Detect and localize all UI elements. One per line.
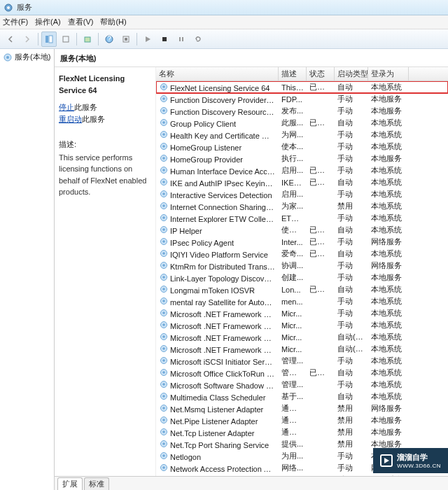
menu-view[interactable]: 查看(V)	[68, 17, 94, 27]
service-name: Link-Layer Topology Discovery Ma...	[170, 274, 279, 283]
service-icon	[159, 368, 169, 377]
table-row[interactable]: IPsec Policy AgentInter...已启动手动网络服务	[156, 236, 448, 248]
back-button[interactable]	[3, 31, 18, 47]
page-title: 服务(本地)	[55, 49, 448, 67]
service-startup: 手动	[335, 379, 368, 390]
restart-service-button[interactable]	[190, 31, 206, 47]
service-desc: Micr...	[279, 309, 307, 318]
tab-standard[interactable]: 标准	[84, 477, 109, 490]
service-name: Network Access Protection Agent	[170, 465, 279, 473]
table-row[interactable]: Internet Connection Sharing (ICS)为家...禁用…	[156, 200, 448, 212]
service-name: Microsoft Office ClickToRun Service	[170, 370, 279, 378]
table-row[interactable]: Microsoft .NET Framework NGEN v...Micr..…	[156, 319, 448, 331]
start-service-button[interactable]	[140, 31, 155, 47]
service-desc: 管理 ...	[279, 368, 307, 378]
description-text: This service performs licensing function…	[59, 152, 151, 198]
table-row[interactable]: Microsoft .NET Framework NGEN v...Micr..…	[156, 307, 448, 319]
refresh-button[interactable]	[118, 31, 134, 47]
table-row[interactable]: Microsoft .NET Framework NGEN v...Micr..…	[156, 331, 448, 343]
svg-point-32	[162, 169, 165, 172]
service-desc: 为用...	[279, 451, 307, 461]
col-status[interactable]: 状态	[307, 67, 335, 80]
table-row[interactable]: Longmai mToken IOSVRLon...已启动自动本地系统	[156, 284, 448, 295]
table-row[interactable]: Function Discovery Provider HostFDP...手动…	[156, 93, 448, 105]
svg-point-82	[162, 466, 165, 469]
nav-services-local[interactable]: 服务(本地)	[3, 52, 51, 62]
svg-point-56	[162, 312, 165, 314]
service-icon	[159, 416, 169, 424]
service-icon	[159, 273, 169, 281]
table-row[interactable]: Human Interface Device Access启用...已启动手动本…	[156, 164, 448, 176]
col-name[interactable]: 名称	[156, 67, 279, 80]
service-logon: 本地系统	[368, 356, 409, 366]
help-button[interactable]: ?	[102, 31, 117, 47]
table-row[interactable]: IQIYI Video Platform Service爱奇...已启动自动本地…	[156, 248, 448, 260]
svg-point-50	[162, 276, 165, 279]
menu-file[interactable]: 文件(F)	[3, 17, 28, 27]
service-desc: 基于...	[279, 391, 307, 402]
table-row[interactable]: Group Policy Client此服...已启动自动本地系统	[156, 117, 448, 129]
svg-point-36	[162, 192, 165, 195]
stop-link[interactable]: 停止	[59, 103, 74, 111]
col-logon[interactable]: 登录为	[368, 67, 409, 80]
table-row[interactable]: IKE and AuthIP IPsec Keying Modul...IKEE…	[156, 176, 448, 188]
service-icon	[159, 249, 169, 258]
service-startup: 禁用	[335, 427, 368, 438]
service-icon	[159, 285, 169, 293]
col-startup[interactable]: 启动类型	[335, 67, 368, 80]
service-icon	[159, 392, 169, 400]
service-desc: This ...	[279, 83, 307, 92]
table-row[interactable]: Function Discovery Resource Public...发布.…	[156, 105, 448, 117]
table-row[interactable]: HomeGroup Listener使本...手动本地系统	[156, 141, 448, 153]
show-hide-tree-button[interactable]	[41, 31, 57, 47]
service-name: Human Interface Device Access	[170, 167, 279, 176]
service-icon	[159, 130, 169, 139]
svg-point-58	[162, 323, 165, 326]
table-row[interactable]: Microsoft .NET Framework NGEN v...Micr..…	[156, 343, 448, 355]
table-row[interactable]: KtmRm for Distributed Transaction ...协调.…	[156, 260, 448, 272]
table-row[interactable]: Health Key and Certificate Manage...为网..…	[156, 129, 448, 141]
properties-button[interactable]	[58, 31, 74, 47]
service-status: 已启动	[307, 118, 335, 128]
service-status: 已启动	[307, 237, 335, 247]
tab-extended[interactable]: 扩展	[57, 477, 83, 490]
service-desc: IKEE...	[279, 178, 307, 187]
table-row[interactable]: Microsoft Software Shadow Copy P...管理...…	[156, 379, 448, 391]
table-row[interactable]: Multimedia Class Scheduler基于...自动本地系统	[156, 391, 448, 402]
table-row[interactable]: Net.Tcp Listener Adapter通过 ...禁用本地服务	[156, 426, 448, 438]
restart-link[interactable]: 重启动	[59, 115, 82, 123]
table-row[interactable]: Microsoft iSCSI Initiator Service管理...手动…	[156, 355, 448, 367]
service-rows[interactable]: FlexNet Licensing Service 64This ...已启动自…	[156, 81, 448, 476]
menu-action[interactable]: 操作(A)	[35, 17, 61, 27]
service-desc: 管理...	[279, 356, 307, 366]
service-logon: 本地系统	[368, 296, 409, 307]
table-row[interactable]: Internet Explorer ETW Collector Ser...ET…	[156, 212, 448, 224]
service-logon: 本地系统	[368, 130, 409, 140]
col-desc[interactable]: 描述	[279, 67, 307, 80]
svg-rect-5	[85, 37, 90, 42]
svg-point-18	[162, 85, 165, 88]
service-name: IKE and AuthIP IPsec Keying Modul...	[170, 179, 279, 188]
svg-point-22	[162, 109, 165, 112]
pause-service-button[interactable]	[174, 31, 189, 47]
table-row[interactable]: IP Helper使用 ...已启动自动本地系统	[156, 224, 448, 236]
table-row[interactable]: mental ray Satellite for Autodesk 3...me…	[156, 295, 448, 307]
stop-service-button[interactable]	[157, 31, 172, 47]
toolbar-separator	[76, 33, 77, 46]
table-row[interactable]: HomeGroup Provider执行...手动本地服务	[156, 153, 448, 164]
table-row[interactable]: Link-Layer Topology Discovery Ma...创建...…	[156, 272, 448, 284]
table-row[interactable]: Net.Msmq Listener Adapter通过 ...禁用网络服务	[156, 402, 448, 414]
forward-button[interactable]	[20, 31, 35, 47]
watermark-url: WWW.3D66.CN	[397, 463, 441, 469]
selected-service-title: FlexNet Licensing Service 64	[59, 73, 151, 96]
export-button[interactable]	[80, 31, 95, 47]
table-row[interactable]: Net.Pipe Listener Adapter通过 ...禁用本地服务	[156, 414, 448, 426]
table-row[interactable]: FlexNet Licensing Service 64This ...已启动自…	[156, 81, 448, 93]
service-logon: 本地系统	[368, 320, 409, 330]
svg-point-64	[162, 359, 165, 362]
table-row[interactable]: Microsoft Office ClickToRun Service管理 ..…	[156, 367, 448, 379]
service-logon: 本地系统	[368, 332, 409, 342]
menu-help[interactable]: 帮助(H)	[100, 17, 126, 27]
table-row[interactable]: Interactive Services Detection启用...手动本地系…	[156, 188, 448, 200]
service-logon: 本地系统	[368, 248, 409, 259]
